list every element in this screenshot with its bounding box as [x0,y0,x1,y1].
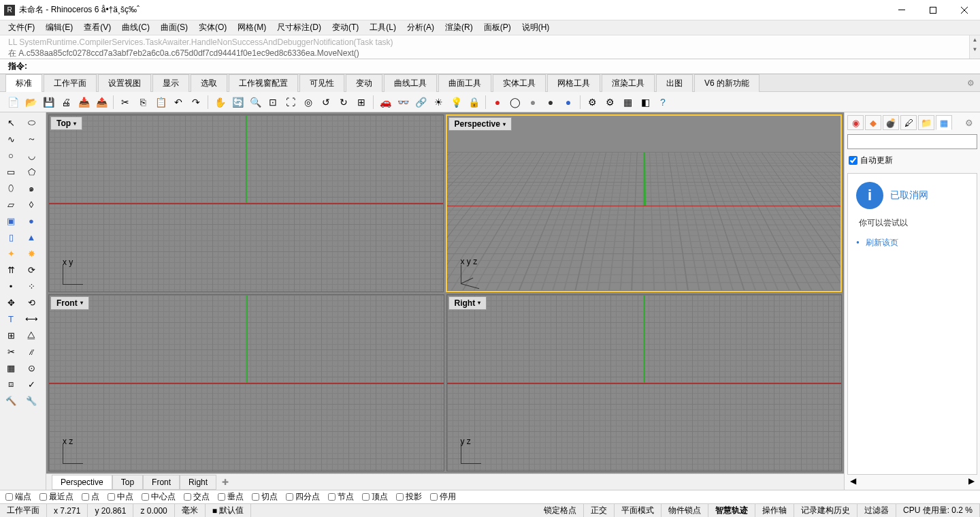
snap-icon[interactable]: ⊙ [22,360,41,375]
viewport-front-label[interactable]: Front▾ [50,296,89,310]
explode-icon[interactable]: ✸ [22,246,41,261]
auto-update-checkbox[interactable]: 自动更新 [847,153,977,168]
layers-icon[interactable]: ▦ [620,95,635,110]
point-icon[interactable]: • [1,279,20,294]
red-sphere-icon[interactable]: ● [490,95,505,110]
open-icon[interactable]: 📂 [23,95,38,110]
viewport-perspective-label[interactable]: Perspective▾ [448,117,512,131]
status-gumball[interactable]: 操作轴 [755,504,794,517]
viewport-perspective[interactable]: Perspective▾ x y z [446,114,843,292]
gear2-icon[interactable]: ⚙ [602,95,617,110]
glasses-icon[interactable]: 👓 [395,95,410,110]
zoom-icon[interactable]: 🔍 [248,95,263,110]
panel-gear-icon[interactable]: ⚙ [961,115,977,130]
menu-curve[interactable]: 曲线(C) [119,20,152,35]
zoom-window-icon[interactable]: ⊡ [265,95,280,110]
menu-help[interactable]: 说明(H) [519,20,553,35]
menu-view[interactable]: 查看(V) [81,20,114,35]
tab-display[interactable]: 显示 [152,74,189,92]
scroll-down-icon[interactable]: ▼ [970,45,980,54]
cone-icon[interactable]: ▲ [22,230,41,245]
tabs-gear-icon[interactable]: ⚙ [967,78,975,88]
array-icon[interactable]: ⊞ [1,328,20,343]
save-icon[interactable]: 💾 [41,95,56,110]
menu-dimension[interactable]: 尺寸标注(D) [274,20,324,35]
panel-tab-brush[interactable]: 🖊 [900,115,917,130]
tab-select[interactable]: 选取 [191,74,227,92]
move-icon[interactable]: ✥ [1,295,20,310]
tab-meshtools[interactable]: 网格工具 [547,74,600,92]
mirror-icon[interactable]: ⧋ [22,328,41,343]
info-refresh-link[interactable]: 刷新该页 [856,237,968,249]
osnap-knot[interactable]: 节点 [328,491,354,503]
zoom-selected-icon[interactable]: ◎ [301,95,316,110]
tab-curvetools[interactable]: 曲线工具 [384,74,437,92]
tab-v6new[interactable]: V6 的新功能 [694,74,760,92]
link-icon[interactable]: 🔗 [413,95,428,110]
menu-edit[interactable]: 编辑(E) [43,20,76,35]
redo-view-icon[interactable]: ↻ [336,95,351,110]
vptab-right[interactable]: Right [180,475,216,490]
osnap-point[interactable]: 点 [82,491,99,503]
tab-drafting[interactable]: 出图 [656,74,693,92]
tab-surftools[interactable]: 曲面工具 [438,74,491,92]
dark-sphere-icon[interactable]: ● [543,95,558,110]
close-button[interactable] [949,0,980,20]
pan-icon[interactable]: ✋ [212,95,227,110]
rotate2-icon[interactable]: ⟲ [22,295,41,310]
panel-tab-render[interactable]: ◉ [847,115,864,130]
join-icon[interactable]: ⧈ [1,377,20,392]
viewport-front[interactable]: Front▾ x z [48,294,444,472]
tab-viewport[interactable]: 工作视窗配置 [229,74,298,92]
scroll-up-icon[interactable]: ▲ [970,35,980,45]
osnap-mid[interactable]: 中点 [108,491,133,503]
panel-tab-bomb[interactable]: 💣 [883,115,899,130]
options-icon[interactable]: ⚙ [585,95,600,110]
boolean-icon[interactable]: ✦ [1,246,20,261]
curve-icon[interactable]: ～ [22,131,41,146]
status-unit[interactable]: 毫米 [175,504,206,517]
osnap-disable[interactable]: 停用 [430,491,456,503]
osnap-perp[interactable]: 垂点 [218,491,244,503]
points-icon[interactable]: ⁘ [22,279,41,294]
4view-icon[interactable]: ⊞ [354,95,369,110]
chevron-down-icon[interactable]: ▾ [74,121,76,127]
lasso-icon[interactable]: ⬭ [22,115,41,130]
osnap-cen[interactable]: 中心点 [142,491,176,503]
menu-analyze[interactable]: 分析(A) [404,20,437,35]
osnap-tan[interactable]: 切点 [252,491,278,503]
menu-tools[interactable]: 工具(L) [367,20,399,35]
status-filter[interactable]: 过滤器 [858,504,896,517]
menu-panels[interactable]: 面板(P) [481,20,514,35]
paste-icon[interactable]: 📋 [153,95,168,110]
tab-standard[interactable]: 标准 [5,74,42,92]
osnap-quad[interactable]: 四分点 [286,491,320,503]
command-line[interactable]: 指令: [0,59,980,74]
menu-mesh[interactable]: 网格(M) [235,20,269,35]
wrench-icon[interactable]: 🔧 [22,393,41,408]
trim-icon[interactable]: ✂ [1,344,20,359]
sun-icon[interactable]: ☀ [431,95,446,110]
scroll-right-icon[interactable]: ▶ [968,476,975,486]
tab-cplane[interactable]: 工作平面 [44,74,97,92]
copy-icon[interactable]: ⎘ [135,95,150,110]
cylinder-icon[interactable]: ▯ [1,230,20,245]
arc-icon[interactable]: ◡ [22,148,41,163]
export-icon[interactable]: 📤 [94,95,109,110]
revolve-icon[interactable]: ⟳ [22,262,41,277]
properties-icon[interactable]: ◧ [638,95,653,110]
menu-surface[interactable]: 曲面(S) [158,20,191,35]
hammer-icon[interactable]: 🔨 [1,393,20,408]
check-icon[interactable]: ✓ [22,377,41,392]
auto-update-check[interactable] [849,156,858,165]
bulb-icon[interactable]: 💡 [448,95,463,110]
status-record[interactable]: 记录建构历史 [794,504,858,517]
panel-tab-info[interactable]: ▦ [936,115,952,130]
polyline-icon[interactable]: ∿ [1,131,20,146]
status-planar[interactable]: 平面模式 [615,504,662,517]
scroll-left-icon[interactable]: ◀ [850,476,856,486]
vptab-perspective[interactable]: Perspective [52,475,112,490]
print-icon[interactable]: 🖨 [59,95,74,110]
tab-visibility[interactable]: 可见性 [299,74,344,92]
viewport-top-label[interactable]: Top▾ [50,116,82,130]
